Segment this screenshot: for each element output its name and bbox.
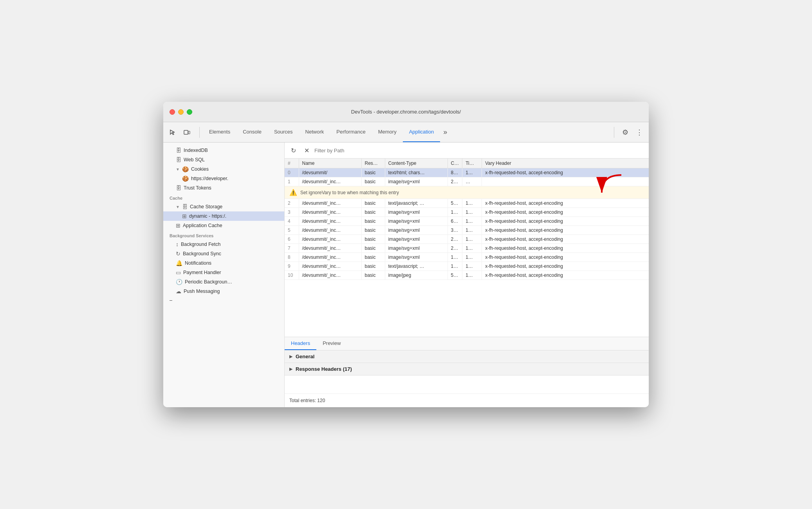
table-cell: image/svg+xml	[385, 253, 448, 262]
maximize-button[interactable]	[187, 109, 192, 115]
tab-console[interactable]: Console	[236, 122, 268, 142]
sidebar-item-bg-fetch[interactable]: ↕ Background Fetch	[163, 240, 284, 249]
table-row[interactable]: 2/devsummit/_inc…basictext/javascript; ……	[285, 199, 649, 208]
section-general[interactable]: ▶ General	[285, 350, 649, 363]
table-row[interactable]: 8/devsummit/_inc…basicimage/svg+xml1…1…x…	[285, 253, 649, 262]
table-cell: 7	[285, 244, 299, 253]
sidebar-item-notifications[interactable]: 🔔 Notifications	[163, 258, 284, 268]
clear-button[interactable]: ✕	[301, 145, 312, 156]
section-response-headers[interactable]: ▶ Response Headers (17)	[285, 363, 649, 375]
tab-memory[interactable]: Memory	[372, 122, 403, 142]
expand-arrow-icon: ▼	[176, 167, 180, 171]
col-header-ct[interactable]: Content-Type	[385, 159, 448, 168]
table-cell: 8	[285, 253, 299, 262]
more-options-icon[interactable]: ⋮	[633, 126, 646, 139]
tab-elements[interactable]: Elements	[203, 122, 236, 142]
cookie-icon: 🍪	[182, 175, 189, 182]
col-header-name[interactable]: Name	[299, 159, 361, 168]
table-cell: 5…	[448, 199, 462, 208]
col-header-res[interactable]: Res…	[361, 159, 385, 168]
tab-headers[interactable]: Headers	[285, 337, 316, 350]
table-cell: 0	[285, 168, 299, 177]
bottom-content: ▶ General ▶ Response Headers (17)	[285, 350, 649, 393]
col-header-ti[interactable]: Ti…	[462, 159, 482, 168]
close-button[interactable]	[170, 109, 175, 115]
sidebar-section-cache: Cache	[163, 193, 284, 202]
table-row[interactable]: 5/devsummit/_inc…basicimage/svg+xml3…1…x…	[285, 226, 649, 235]
table-cell: 5	[285, 226, 299, 235]
table-row[interactable]: 7/devsummit/_inc…basicimage/svg+xml2…1…x…	[285, 244, 649, 253]
filter-input[interactable]	[314, 148, 646, 153]
tab-application[interactable]: Application	[403, 122, 440, 142]
fetch-icon: ↕	[176, 241, 179, 247]
table-cell: 3…	[448, 226, 462, 235]
sidebar-item-cookies[interactable]: ▼ 🍪 Cookies	[163, 164, 284, 174]
chevron-right-icon: ▶	[289, 354, 292, 359]
sidebar-item-websql[interactable]: 🗄 Web SQL	[163, 155, 284, 164]
tab-list: Elements Console Sources Network Perform…	[203, 122, 611, 142]
col-header-c[interactable]: C…	[448, 159, 462, 168]
col-header-vary[interactable]: Vary Header	[482, 159, 649, 168]
table-cell: 2…	[448, 177, 462, 186]
inspect-icon[interactable]	[166, 126, 179, 139]
sidebar: 🗄 IndexedDB 🗄 Web SQL ▼ 🍪 Cookies 🍪 http…	[163, 143, 285, 407]
table-cell: 6…	[448, 217, 462, 226]
table-cell: basic	[361, 271, 385, 280]
table-row[interactable]: 1/devsummit/_inc…basicimage/svg+xml2……	[285, 177, 649, 186]
devtools-icons	[166, 126, 193, 139]
devtools-window: DevTools - developer.chrome.com/tags/dev…	[163, 102, 649, 407]
table-row[interactable]: 9/devsummit/_inc…basictext/javascript; ……	[285, 262, 649, 271]
tooltip-content: ⚠️Set ignoreVary to true when matching t…	[285, 186, 649, 199]
table-row[interactable]: 6/devsummit/_inc…basicimage/svg+xml2…1…x…	[285, 235, 649, 244]
sidebar-item-trust-tokens[interactable]: 🗄 Trust Tokens	[163, 183, 284, 193]
table-cell: 4	[285, 217, 299, 226]
table-row[interactable]: 3/devsummit/_inc…basicimage/svg+xml1…1…x…	[285, 208, 649, 217]
chevron-right-icon: ▶	[289, 366, 292, 372]
svg-rect-1	[188, 131, 190, 134]
refresh-button[interactable]: ↻	[288, 145, 299, 156]
tab-performance[interactable]: Performance	[330, 122, 372, 142]
tooltip-text: Set ignoreVary to true when matching thi…	[300, 190, 399, 195]
table-cell: 9	[285, 262, 299, 271]
sidebar-item-cache-storage[interactable]: ▼ 🗄 Cache Storage	[163, 202, 284, 211]
table-cell: x-fh-requested-host, accept-encoding	[482, 226, 649, 235]
minimize-button[interactable]	[178, 109, 184, 115]
table-row[interactable]: 10/devsummit/_inc…basicimage/jpeg5…1…x-f…	[285, 271, 649, 280]
grid-icon: ⊞	[176, 222, 180, 229]
tab-preview[interactable]: Preview	[316, 337, 347, 350]
settings-icon[interactable]: ⚙	[619, 126, 632, 139]
table-cell: x-fh-requested-host, accept-encoding	[482, 262, 649, 271]
table-row[interactable]: 4/devsummit/_inc…basicimage/svg+xml6…1…x…	[285, 217, 649, 226]
table-row[interactable]: 0/devsummit/basictext/html; chars…8…1…x-…	[285, 168, 649, 177]
sidebar-item-push-messaging[interactable]: ☁ Push Messaging	[163, 287, 284, 296]
table-cell: 5…	[448, 271, 462, 280]
sidebar-item-cookies-url[interactable]: 🍪 https://developer.	[163, 174, 284, 183]
tab-overflow-button[interactable]: »	[440, 122, 450, 142]
table-cell: 1	[285, 177, 299, 186]
table-cell: 2…	[448, 235, 462, 244]
table-cell: x-fh-requested-host, accept-encoding	[482, 199, 649, 208]
table-cell: /devsummit/_inc…	[299, 253, 361, 262]
table-cell: x-fh-requested-host, accept-encoding	[482, 168, 649, 177]
main-content: 🗄 IndexedDB 🗄 Web SQL ▼ 🍪 Cookies 🍪 http…	[163, 143, 649, 407]
table-cell: text/javascript; …	[385, 262, 448, 271]
sidebar-item-periodic-bg[interactable]: 🕐 Periodic Backgroun…	[163, 277, 284, 287]
table-cell: 1…	[448, 208, 462, 217]
bottom-tabs: Headers Preview	[285, 337, 649, 350]
sidebar-item-application-cache[interactable]: ⊞ Application Cache	[163, 221, 284, 230]
database-icon: 🗄	[176, 147, 181, 153]
sidebar-item-bg-sync[interactable]: ↻ Background Sync	[163, 249, 284, 258]
tab-network[interactable]: Network	[299, 122, 330, 142]
table-cell: basic	[361, 168, 385, 177]
table-cell: 1…	[462, 226, 482, 235]
table-cell: image/svg+xml	[385, 226, 448, 235]
device-icon[interactable]	[180, 126, 193, 139]
sidebar-item-dynamic[interactable]: ⊞ dynamic - https:/.	[163, 211, 284, 221]
table-cell: …	[462, 177, 482, 186]
sidebar-item-payment-handler[interactable]: ▭ Payment Handler	[163, 268, 284, 277]
table-cell: basic	[361, 244, 385, 253]
tab-sources[interactable]: Sources	[268, 122, 299, 142]
table-cell: image/jpeg	[385, 271, 448, 280]
table-cell: 1…	[462, 199, 482, 208]
sidebar-item-indexeddb[interactable]: 🗄 IndexedDB	[163, 146, 284, 155]
